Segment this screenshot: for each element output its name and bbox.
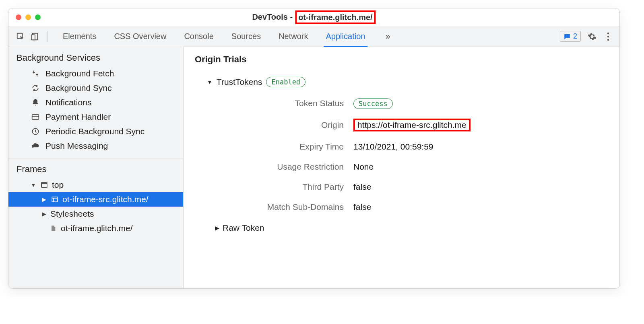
disclosure-down-icon: ▼ xyxy=(207,79,213,85)
usage-value: None xyxy=(353,162,608,172)
message-icon xyxy=(564,33,571,40)
usage-label: Usage Restriction xyxy=(223,162,344,172)
clock-icon xyxy=(31,127,40,135)
stylesheets-label: Stylesheets xyxy=(50,209,94,219)
sidebar-item-label: Payment Handler xyxy=(45,112,111,122)
svg-rect-9 xyxy=(52,197,58,202)
toolbar: Elements CSS Overview Console Sources Ne… xyxy=(8,26,619,47)
tabs: Elements CSS Overview Console Sources Ne… xyxy=(62,27,557,46)
tab-console[interactable]: Console xyxy=(183,27,214,46)
origin-highlight: https://ot-iframe-src.glitch.me xyxy=(353,119,471,131)
cloud-icon xyxy=(31,142,40,150)
devtools-window: DevTools - ot-iframe.glitch.me/ Elements… xyxy=(8,8,620,289)
tab-css-overview[interactable]: CSS Overview xyxy=(113,27,167,46)
card-icon xyxy=(31,113,40,121)
titlebar: DevTools - ot-iframe.glitch.me/ xyxy=(8,8,619,26)
svg-rect-8 xyxy=(41,183,47,187)
title-prefix: DevTools - xyxy=(252,12,293,22)
sync-icon xyxy=(31,84,40,92)
trial-details: Token Status Success Origin https://ot-i… xyxy=(223,98,608,212)
main-title: Origin Trials xyxy=(195,54,608,65)
sidebar-item-label: Background Fetch xyxy=(45,69,114,78)
traffic-lights xyxy=(8,14,41,20)
svg-point-4 xyxy=(607,35,609,37)
disclosure-right-icon: ▶ xyxy=(41,211,47,217)
tab-network[interactable]: Network xyxy=(278,27,309,46)
inspect-element-icon[interactable] xyxy=(15,31,26,42)
sidebar-item-push-messaging[interactable]: Push Messaging xyxy=(8,139,183,153)
subdomain-value: false xyxy=(353,202,608,212)
sidebar-item-background-sync[interactable]: Background Sync xyxy=(8,81,183,95)
frame-file[interactable]: ot-iframe.glitch.me/ xyxy=(8,221,183,236)
token-status-label: Token Status xyxy=(223,98,344,108)
sidebar-item-notifications[interactable]: Notifications xyxy=(8,95,183,110)
frame-top-label: top xyxy=(52,180,64,190)
frame-stylesheets[interactable]: ▶ Stylesheets xyxy=(8,207,183,221)
frame-top[interactable]: ▼ top xyxy=(8,178,183,192)
frame-file-label: ot-iframe.glitch.me/ xyxy=(61,224,133,233)
svg-rect-6 xyxy=(32,115,39,119)
device-toolbar-icon[interactable] xyxy=(29,31,41,42)
bell-icon xyxy=(31,98,40,107)
svg-point-3 xyxy=(607,32,609,34)
issues-count: 2 xyxy=(573,32,577,41)
sidebar-section-title: Background Services xyxy=(8,47,183,66)
sidebar-item-label: Notifications xyxy=(45,98,91,107)
settings-icon[interactable] xyxy=(587,32,597,41)
disclosure-right-icon: ▶ xyxy=(41,196,47,203)
disclosure-right-icon: ▶ xyxy=(215,225,219,231)
toolbar-separator xyxy=(47,31,47,42)
main-panel: Origin Trials ▼ TrustTokens Enabled Toke… xyxy=(184,47,619,288)
trial-header[interactable]: ▼ TrustTokens Enabled xyxy=(207,77,608,87)
raw-token-row[interactable]: ▶ Raw Token xyxy=(215,223,608,233)
frame-selected-label: ot-iframe-src.glitch.me/ xyxy=(62,195,149,204)
sidebar-item-label: Background Sync xyxy=(45,83,112,93)
third-party-label: Third Party xyxy=(223,182,344,192)
svg-point-5 xyxy=(607,39,609,40)
title-url-highlight: ot-iframe.glitch.me/ xyxy=(295,10,376,24)
tabs-overflow-icon[interactable]: » xyxy=(382,31,393,42)
toolbar-right: 2 xyxy=(560,31,613,42)
minimize-window-button[interactable] xyxy=(25,14,31,20)
tab-elements[interactable]: Elements xyxy=(62,27,97,46)
expiry-value: 13/10/2021, 00:59:59 xyxy=(353,142,608,152)
token-status-value: Success xyxy=(353,98,608,108)
svg-rect-2 xyxy=(31,35,35,40)
sidebar-item-background-fetch[interactable]: Background Fetch xyxy=(8,66,183,81)
sidebar-item-label: Periodic Background Sync xyxy=(45,127,144,136)
issues-badge[interactable]: 2 xyxy=(560,31,581,42)
origin-value: https://ot-iframe-src.glitch.me xyxy=(353,119,608,131)
fetch-icon xyxy=(31,70,40,78)
maximize-window-button[interactable] xyxy=(35,14,41,20)
disclosure-down-icon: ▼ xyxy=(30,182,37,188)
token-status-pill: Success xyxy=(353,98,393,109)
expiry-label: Expiry Time xyxy=(223,142,344,152)
frame-icon xyxy=(40,181,49,189)
close-window-button[interactable] xyxy=(16,14,21,20)
trial-status-pill: Enabled xyxy=(266,77,305,87)
sidebar: Background Services Background Fetch Bac… xyxy=(8,47,184,288)
file-icon xyxy=(49,225,58,232)
trial-name: TrustTokens xyxy=(217,77,262,87)
body: Background Services Background Fetch Bac… xyxy=(8,47,619,288)
origin-label: Origin xyxy=(223,120,344,130)
sidebar-frames-title: Frames xyxy=(8,158,183,178)
more-options-icon[interactable] xyxy=(603,32,613,41)
sidebar-item-payment-handler[interactable]: Payment Handler xyxy=(8,110,183,124)
subdomain-label: Match Sub-Domains xyxy=(223,202,344,212)
raw-token-label: Raw Token xyxy=(223,223,264,233)
tab-application[interactable]: Application xyxy=(325,27,366,46)
iframe-icon xyxy=(50,196,59,203)
sidebar-item-label: Push Messaging xyxy=(45,141,108,151)
sidebar-item-periodic-sync[interactable]: Periodic Background Sync xyxy=(8,124,183,139)
tab-sources[interactable]: Sources xyxy=(231,27,262,46)
window-title: DevTools - ot-iframe.glitch.me/ xyxy=(252,10,376,24)
frame-selected[interactable]: ▶ ot-iframe-src.glitch.me/ xyxy=(8,192,183,207)
third-party-value: false xyxy=(353,182,608,192)
